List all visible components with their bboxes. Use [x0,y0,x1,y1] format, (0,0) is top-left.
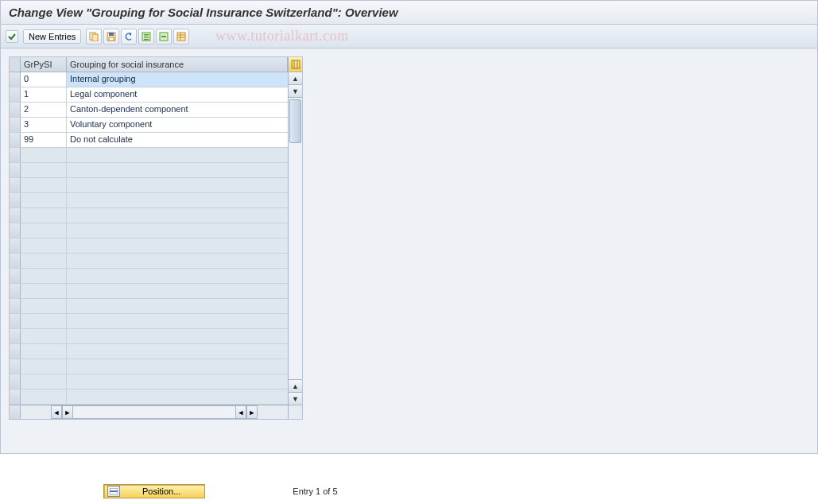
row-selector[interactable] [10,269,21,283]
cell-code [21,254,67,268]
table-row[interactable]: 2Canton-dependent component [10,103,288,118]
row-selector[interactable] [10,359,21,374]
svg-rect-4 [109,37,114,41]
table: GrPySI Grouping for social insurance 0In… [9,56,303,420]
save-check-icon[interactable] [6,30,18,43]
row-selector[interactable] [10,254,21,268]
configure-columns-icon[interactable] [288,57,302,72]
row-selector[interactable] [10,374,21,389]
table-row-empty [10,314,288,329]
cell-code[interactable]: 99 [21,133,67,147]
row-selector[interactable] [10,208,21,223]
deselect-all-icon[interactable] [156,29,172,45]
cell-code [21,329,67,343]
cell-text [67,344,288,359]
hscroll-corner [10,405,21,419]
cell-code [21,314,67,328]
cell-text[interactable]: Internal grouping [67,72,288,87]
scroll-down-step-icon[interactable]: ▼ [289,85,302,98]
select-all-icon[interactable] [138,29,154,45]
cell-text [67,208,288,223]
table-row-empty [10,269,288,284]
row-selector[interactable] [10,299,21,313]
row-selector[interactable] [10,314,21,328]
table-row-empty [10,208,288,223]
cell-text[interactable]: Legal component [67,87,288,102]
row-selector[interactable] [10,193,21,207]
cell-text[interactable]: Do not calculate [67,133,288,147]
column-header-text[interactable]: Grouping for social insurance [67,57,288,72]
vertical-scrollbar[interactable]: ▲ ▼ ▲ ▼ [288,72,302,405]
main-area: GrPySI Grouping for social insurance 0In… [0,48,818,454]
column-header-code[interactable]: GrPySI [21,57,67,72]
row-selector[interactable] [10,103,21,117]
row-selector[interactable] [10,223,21,238]
cell-code[interactable]: 2 [21,103,67,117]
row-selector[interactable] [10,329,21,343]
row-selector[interactable] [10,118,21,132]
row-selector[interactable] [10,163,21,177]
cell-code[interactable]: 0 [21,72,67,87]
row-selector[interactable] [10,344,21,359]
svg-rect-8 [144,39,149,41]
svg-rect-7 [144,37,149,38]
hscroll-track[interactable] [73,405,235,419]
cell-code [21,344,67,359]
cell-text [67,314,288,328]
copy-icon[interactable] [86,29,102,45]
cell-code [21,208,67,223]
cell-code[interactable]: 1 [21,87,67,102]
cell-code [21,284,67,298]
cell-text[interactable]: Voluntary component [67,118,288,132]
cell-text[interactable]: Canton-dependent component [67,103,288,117]
table-row[interactable]: 1Legal component [10,87,288,103]
row-selector[interactable] [10,284,21,298]
table-row[interactable]: 3Voluntary component [10,118,288,133]
save-floppy-icon[interactable] [103,29,119,45]
cell-code [21,390,67,404]
title-bar: Change View "Grouping for Social Insuran… [0,0,818,25]
row-selector-header[interactable] [10,57,21,72]
svg-rect-1 [92,34,98,41]
row-selector[interactable] [10,87,21,102]
scroll-track[interactable] [289,98,302,379]
cell-code [21,163,67,177]
hscroll-left-end-icon[interactable]: ◄ [235,405,246,419]
scroll-up-end-icon[interactable]: ▲ [289,379,302,392]
scroll-corner [288,405,302,419]
cell-code [21,374,67,389]
table-row[interactable]: 0Internal grouping [10,72,288,87]
hscroll-right-step-icon[interactable]: ► [62,405,73,419]
svg-rect-6 [144,34,149,36]
position-button[interactable]: Position... [103,484,205,498]
cell-text [67,163,288,177]
cell-text [67,193,288,207]
cell-text [67,269,288,283]
table-settings-icon[interactable] [173,29,189,45]
toolbar: New Entries www.tutorialkart.com [0,25,818,48]
hscroll-left-icon[interactable]: ◄ [51,405,62,419]
svg-rect-10 [161,36,166,37]
scroll-down-icon[interactable]: ▼ [289,392,302,405]
position-label: Position... [142,487,180,496]
cell-text [67,284,288,298]
row-selector[interactable] [10,178,21,192]
table-row-empty [10,148,288,163]
scroll-up-icon[interactable]: ▲ [289,72,302,85]
new-entries-button[interactable]: New Entries [23,29,81,44]
cell-text [67,299,288,313]
row-selector[interactable] [10,238,21,253]
row-selector[interactable] [10,390,21,404]
row-selector[interactable] [10,148,21,162]
scroll-thumb[interactable] [289,99,301,143]
footer: Position... Entry 1 of 5 [0,484,818,498]
cell-code [21,299,67,313]
row-selector[interactable] [10,72,21,87]
cell-code [21,359,67,374]
table-row-empty [10,254,288,269]
hscroll-right-icon[interactable]: ► [246,405,258,419]
undo-icon[interactable] [121,29,137,45]
row-selector[interactable] [10,133,21,147]
cell-code[interactable]: 3 [21,118,67,132]
table-row[interactable]: 99Do not calculate [10,133,288,148]
